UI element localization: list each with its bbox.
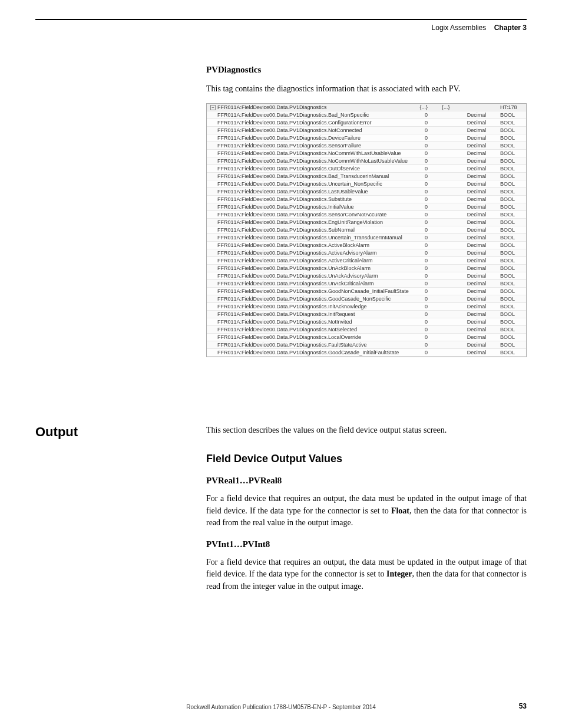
cell-style: Decimal [465,326,498,334]
cell-val2 [439,150,465,157]
cell-name: FFR011A:FieldDevice00.Data.PV1Diagnostic… [207,127,411,134]
cell-val1: 0 [411,203,439,211]
table-row: FFR011A:FieldDevice00.Data.PV1Diagnostic… [207,349,526,357]
cell-val1: 0 [411,219,439,226]
tree-collapse-icon[interactable]: − [210,105,216,110]
header-rule [35,19,527,20]
cell-type: BOOL [498,295,526,303]
cell-style: Decimal [465,318,498,326]
cell-type: BOOL [498,134,526,142]
cell-style: Decimal [465,295,498,303]
cell-name: FFR011A:FieldDevice00.Data.PV1Diagnostic… [207,157,411,165]
output-section: This section describes the values on the… [206,424,527,592]
cell-style: Decimal [465,257,498,265]
footer-pub: Rockwell Automation Publication 1788-UM0… [35,704,527,710]
cell-name: FFR011A:FieldDevice00.Data.PV1Diagnostic… [207,242,411,249]
pvint-bold: Integer [386,569,412,578]
cell-val1: 0 [411,341,439,349]
cell-val1: 0 [411,303,439,311]
cell-val2 [439,288,465,295]
cell-name: FFR011A:FieldDevice00.Data.PV1Diagnostic… [207,111,411,119]
cell-val2 [439,111,465,119]
cell-name: FFR011A:FieldDevice00.Data.PV1Diagnostic… [207,318,411,326]
header-label: Logix Assemblies [432,24,487,32]
table-row: FFR011A:FieldDevice00.Data.PV1Diagnostic… [207,326,526,334]
cell-val2 [439,242,465,249]
cell-val1: 0 [411,150,439,157]
cell-name: FFR011A:FieldDevice00.Data.PV1Diagnostic… [207,265,411,272]
cell-val2 [439,257,465,265]
cell-name: FFR011A:FieldDevice00.Data.PV1Diagnostic… [207,142,411,150]
cell-style: Decimal [465,173,498,180]
table-row: FFR011A:FieldDevice00.Data.PV1Diagnostic… [207,334,526,341]
cell-val2 [439,157,465,165]
cell-style: Decimal [465,265,498,272]
cell-val1: 0 [411,280,439,288]
cell-val1: 0 [411,188,439,196]
cell-type: BOOL [498,211,526,219]
output-intro: This section describes the values on the… [206,424,527,436]
cell-style: Decimal [465,203,498,211]
cell-name: FFR011A:FieldDevice00.Data.PV1Diagnostic… [207,272,411,280]
cell-style: Decimal [465,341,498,349]
cell-style: Decimal [465,219,498,226]
cell-type: BOOL [498,349,526,357]
cell-val1: 0 [411,349,439,357]
cell-val1: 0 [411,318,439,326]
cell-name: FFR011A:FieldDevice00.Data.PV1Diagnostic… [207,203,411,211]
cell-name: FFR011A:FieldDevice00.Data.PV1Diagnostic… [207,249,411,257]
cell-style: Decimal [465,188,498,196]
cell-val1: {...} [411,104,439,111]
cell-val1: 0 [411,127,439,134]
table-row: FFR011A:FieldDevice00.Data.PV1Diagnostic… [207,219,526,226]
cell-val1: 0 [411,272,439,280]
cell-style: Decimal [465,134,498,142]
table-row: FFR011A:FieldDevice00.Data.PV1Diagnostic… [207,142,526,150]
table-row: FFR011A:FieldDevice00.Data.PV1Diagnostic… [207,203,526,211]
cell-type: BOOL [498,203,526,211]
cell-name: FFR011A:FieldDevice00.Data.PV1Diagnostic… [207,119,411,127]
cell-type: BOOL [498,334,526,341]
cell-style: Decimal [465,196,498,203]
table-row: FFR011A:FieldDevice00.Data.PV1Diagnostic… [207,157,526,165]
cell-type: BOOL [498,180,526,188]
cell-val2 [439,211,465,219]
cell-name: FFR011A:FieldDevice00.Data.PV1Diagnostic… [207,341,411,349]
table-row: FFR011A:FieldDevice00.Data.PV1Diagnostic… [207,111,526,119]
cell-val2 [439,303,465,311]
cell-type: BOOL [498,257,526,265]
cell-style: Decimal [465,288,498,295]
cell-style: Decimal [465,242,498,249]
cell-name: FFR011A:FieldDevice00.Data.PV1Diagnostic… [207,211,411,219]
cell-val1: 0 [411,134,439,142]
cell-val1: 0 [411,180,439,188]
cell-val2 [439,142,465,150]
cell-type: BOOL [498,219,526,226]
cell-style: Decimal [465,226,498,234]
cell-style: Decimal [465,311,498,318]
table-row: FFR011A:FieldDevice00.Data.PV1Diagnostic… [207,134,526,142]
table-row: FFR011A:FieldDevice00.Data.PV1Diagnostic… [207,196,526,203]
cell-val2 [439,334,465,341]
cell-name: FFR011A:FieldDevice00.Data.PV1Diagnostic… [207,311,411,318]
cell-val2 [439,272,465,280]
table-row-parent: −FFR011A:FieldDevice00.Data.PV1Diagnosti… [207,104,526,111]
cell-val1: 0 [411,295,439,303]
cell-type: BOOL [498,303,526,311]
table-row: FFR011A:FieldDevice00.Data.PV1Diagnostic… [207,341,526,349]
cell-val2 [439,341,465,349]
cell-val2 [439,119,465,127]
cell-val1: 0 [411,111,439,119]
cell-style: Decimal [465,157,498,165]
table-row: FFR011A:FieldDevice00.Data.PV1Diagnostic… [207,311,526,318]
cell-name: FFR011A:FieldDevice00.Data.PV1Diagnostic… [207,280,411,288]
cell-style [465,104,498,111]
cell-type: BOOL [498,119,526,127]
cell-val2 [439,249,465,257]
cell-val2 [439,173,465,180]
cell-val1: 0 [411,326,439,334]
cell-type: BOOL [498,272,526,280]
output-h2: Field Device Output Values [206,453,527,465]
cell-val2 [439,134,465,142]
pvreal-title: PVReal1…PVReal8 [206,476,527,486]
